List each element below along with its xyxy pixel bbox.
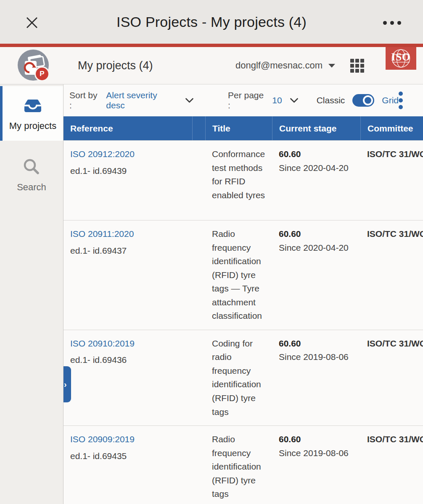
apps-grid-icon[interactable] [350, 59, 364, 73]
title-cell: Radio frequency identification (RFID) ty… [205, 426, 272, 504]
sort-dropdown[interactable]: Alert severity desc [106, 90, 177, 110]
current-stage-cell: 60.60 Since 2019-08-06 [272, 330, 360, 425]
column-header-committee: Committee [360, 116, 423, 140]
reference-cell: ISO 20910:2019 ed.1- id.69436 [63, 330, 192, 425]
committee-name: ISO/TC 31/WG [367, 434, 423, 444]
content-area: My projects Search Sort by : Alert sever… [0, 84, 423, 504]
per-page-label: Per page : [228, 90, 268, 110]
column-header-current-stage: Current stage [272, 116, 360, 140]
list-toolbar: Sort by : Alert severity desc Per page :… [63, 84, 423, 116]
account-email[interactable]: donglf@mesnac.com [235, 60, 323, 71]
expand-panel-handle[interactable]: › [63, 366, 71, 402]
classic-grid-toggle[interactable] [352, 94, 374, 107]
view-switch: Classic Grid [317, 94, 399, 107]
stage-code: 60.60 [279, 227, 357, 241]
iso-projects-window: ISO Projects - My projects (4) P My proj… [0, 0, 423, 504]
spacer-cell [192, 426, 205, 504]
committee-cell: ISO/TC 31/WG [360, 426, 423, 504]
per-page-control: Per page : 10 [228, 90, 298, 110]
table-header-row: Reference Title Current stage Committee [63, 116, 423, 140]
reference-cell: ISO 20911:2020 ed.1- id.69437 [63, 220, 192, 330]
stage-since-date: Since 2020-04-20 [279, 161, 357, 175]
table-body: ISO 20912:2020 ed.1- id.69439 Conformanc… [63, 140, 423, 504]
toggle-knob [363, 95, 373, 105]
chevron-down-icon[interactable] [290, 95, 298, 105]
stage-since-date: Since 2020-04-20 [279, 241, 357, 255]
reference-cell: ISO 20909:2019 ed.1- id.69435 [63, 426, 192, 504]
table-row: ISO 20910:2019 ed.1- id.69436 Coding for… [63, 330, 423, 425]
project-title: Radio frequency identification (RFID) ty… [212, 229, 262, 320]
sort-control: Sort by : Alert severity desc [69, 90, 193, 110]
inbox-icon [23, 95, 43, 117]
projects-table: Reference Title Current stage Committee … [63, 116, 423, 504]
sidebar-item-label: My projects [9, 121, 56, 131]
title-cell: Radio frequency identification (RFID) ty… [205, 220, 272, 330]
search-icon [21, 157, 42, 178]
sort-label: Sort by : [69, 90, 102, 110]
main-panel: Sort by : Alert severity desc Per page :… [63, 84, 423, 504]
sidebar: My projects Search [0, 84, 63, 504]
reference-link[interactable]: ISO 20911:2020 [70, 229, 134, 239]
red-accent-bar [0, 44, 423, 47]
page-title: My projects (4) [78, 47, 153, 84]
stage-code: 60.60 [279, 337, 357, 351]
column-header-title: Title [205, 116, 272, 140]
current-stage-cell: 60.60 Since 2019-08-06 [272, 426, 360, 504]
committee-name: ISO/TC 31/WG [367, 229, 423, 239]
reference-cell: ISO 20912:2020 ed.1- id.69439 [63, 141, 192, 220]
committee-name: ISO/TC 31/WG [367, 149, 423, 159]
column-header-reference: Reference [63, 116, 192, 140]
stage-code: 60.60 [279, 147, 357, 161]
table-row: ISO 20911:2020 ed.1- id.69437 Radio freq… [63, 220, 423, 330]
stage-since-date: Since 2019-08-06 [279, 446, 357, 460]
current-stage-cell: 60.60 Since 2020-04-20 [272, 220, 360, 330]
edition-id-text: ed.1- id.69436 [70, 353, 189, 367]
project-title: Radio frequency identification (RFID) ty… [212, 434, 261, 499]
app-badge: P [34, 66, 50, 81]
title-cell: Coding for radio frequency identificatio… [205, 330, 272, 425]
column-header-spacer [192, 116, 205, 140]
sidebar-item-search[interactable]: Search [0, 152, 63, 198]
reference-link[interactable]: ISO 20912:2020 [70, 149, 135, 159]
stage-code: 60.60 [279, 433, 357, 446]
iso-logo[interactable]: ISO [386, 47, 416, 70]
title-cell: Conformance test methods for RFID enable… [205, 141, 272, 220]
chevron-right-icon: › [64, 380, 67, 388]
stage-since-date: Since 2019-08-06 [279, 350, 357, 364]
close-icon[interactable] [24, 14, 40, 31]
committee-name: ISO/TC 31/WG [367, 339, 423, 348]
iso-logo-text: ISO [386, 51, 416, 63]
more-options-icon[interactable] [383, 21, 401, 25]
reference-link[interactable]: ISO 20910:2019 [70, 339, 135, 348]
iso-projects-app-icon: P [18, 50, 49, 81]
titlebar: ISO Projects - My projects (4) [0, 0, 423, 44]
app-header: P My projects (4) donglf@mesnac.com ISO [0, 47, 423, 84]
account-area: donglf@mesnac.com [235, 47, 364, 84]
window-title: ISO Projects - My projects (4) [116, 14, 307, 30]
sidebar-item-my-projects[interactable]: My projects [0, 86, 63, 141]
spacer-cell [192, 330, 205, 425]
table-row: ISO 20912:2020 ed.1- id.69439 Conformanc… [63, 140, 423, 220]
spacer-cell [192, 141, 205, 220]
account-caret-down-icon[interactable] [328, 64, 335, 68]
project-title: Coding for radio frequency identificatio… [212, 339, 261, 417]
committee-cell: ISO/TC 31/WG [360, 220, 423, 330]
committee-cell: ISO/TC 31/WG [360, 141, 423, 220]
view-classic-label[interactable]: Classic [317, 95, 345, 105]
per-page-dropdown[interactable]: 10 [272, 95, 282, 105]
project-title: Conformance test methods for RFID enable… [212, 149, 265, 200]
sidebar-item-label: Search [17, 182, 46, 193]
view-grid-label[interactable]: Grid [382, 95, 399, 105]
edition-id-text: ed.1- id.69437 [70, 244, 189, 258]
committee-cell: ISO/TC 31/WG [360, 330, 423, 425]
current-stage-cell: 60.60 Since 2020-04-20 [272, 141, 360, 220]
table-row: ISO 20909:2019 ed.1- id.69435 Radio freq… [63, 425, 423, 504]
reference-link[interactable]: ISO 20909:2019 [70, 434, 135, 444]
edition-id-text: ed.1- id.69439 [70, 164, 189, 178]
chevron-down-icon[interactable] [185, 95, 193, 105]
edition-id-text: ed.1- id.69435 [70, 449, 189, 463]
kebab-menu-icon[interactable] [399, 92, 403, 109]
spacer-cell [192, 220, 205, 330]
